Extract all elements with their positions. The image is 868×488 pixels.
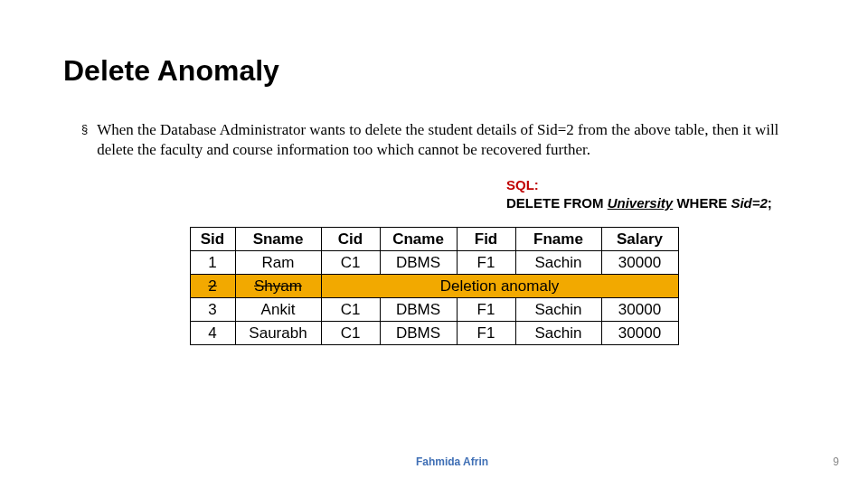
sql-mid: WHERE bbox=[673, 195, 731, 211]
cell: F1 bbox=[457, 298, 515, 322]
th-cid: Cid bbox=[321, 228, 380, 251]
th-cname: Cname bbox=[380, 228, 457, 251]
sql-block: SQL: DELETE FROM University WHERE Sid=2; bbox=[63, 176, 805, 212]
th-sid: Sid bbox=[190, 228, 235, 251]
cell: C1 bbox=[321, 322, 380, 345]
cell: 4 bbox=[190, 322, 235, 345]
anomaly-label: Deletion anomaly bbox=[321, 275, 678, 298]
cell: 30000 bbox=[601, 251, 678, 275]
cell: 30000 bbox=[601, 298, 678, 322]
cell: F1 bbox=[457, 251, 515, 275]
cell-strike: 2 bbox=[190, 275, 235, 298]
sql-table: University bbox=[608, 195, 674, 211]
page-title: Delete Anomaly bbox=[63, 54, 805, 88]
sql-label: SQL: bbox=[506, 176, 805, 194]
footer-author: Fahmida Afrin bbox=[0, 455, 868, 468]
table-row-anomaly: 2 Shyam Deletion anomaly bbox=[190, 275, 678, 298]
th-salary: Salary bbox=[601, 228, 678, 251]
slide: Delete Anomaly § When the Database Admin… bbox=[0, 0, 868, 488]
cell: DBMS bbox=[380, 298, 457, 322]
th-fname: Fname bbox=[515, 228, 601, 251]
cell: Sachin bbox=[515, 322, 601, 345]
cell: Saurabh bbox=[235, 322, 321, 345]
data-table: Sid Sname Cid Cname Fid Fname Salary 1 R… bbox=[190, 227, 679, 345]
cell: C1 bbox=[321, 298, 380, 322]
body-text: When the Database Administrator wants to… bbox=[97, 120, 805, 160]
cell: 30000 bbox=[601, 322, 678, 345]
th-sname: Sname bbox=[235, 228, 321, 251]
bullet-item: § When the Database Administrator wants … bbox=[63, 120, 805, 160]
cell: Sachin bbox=[515, 298, 601, 322]
table-container: Sid Sname Cid Cname Fid Fname Salary 1 R… bbox=[63, 227, 805, 345]
cell: Sachin bbox=[515, 251, 601, 275]
sql-code: DELETE FROM University WHERE Sid=2; bbox=[506, 194, 805, 212]
cell: C1 bbox=[321, 251, 380, 275]
table-row: 4 Saurabh C1 DBMS F1 Sachin 30000 bbox=[190, 322, 678, 345]
cell: 3 bbox=[190, 298, 235, 322]
cell: Ankit bbox=[235, 298, 321, 322]
sql-sid: Sid=2 bbox=[731, 195, 767, 211]
cell: 1 bbox=[190, 251, 235, 275]
sql-prefix: DELETE FROM bbox=[506, 195, 608, 211]
sql-suffix: ; bbox=[768, 195, 772, 211]
bullet-glyph: § bbox=[81, 120, 88, 138]
table-row: 3 Ankit C1 DBMS F1 Sachin 30000 bbox=[190, 298, 678, 322]
table-row: 1 Ram C1 DBMS F1 Sachin 30000 bbox=[190, 251, 678, 275]
cell-strike: Shyam bbox=[235, 275, 321, 298]
cell: Ram bbox=[235, 251, 321, 275]
cell: F1 bbox=[457, 322, 515, 345]
cell: DBMS bbox=[380, 322, 457, 345]
th-fid: Fid bbox=[457, 228, 515, 251]
table-header-row: Sid Sname Cid Cname Fid Fname Salary bbox=[190, 228, 678, 251]
cell: DBMS bbox=[380, 251, 457, 275]
footer-page-number: 9 bbox=[833, 455, 839, 468]
